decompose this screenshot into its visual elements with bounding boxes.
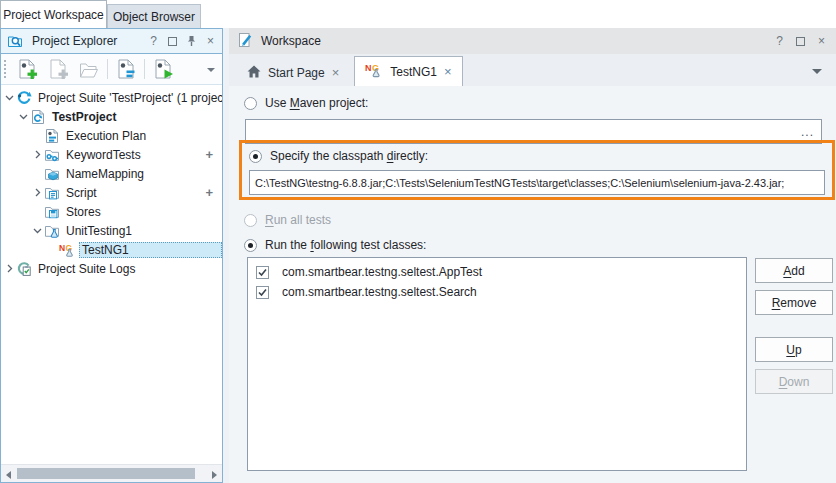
- workspace-header: Workspace ? ×: [229, 28, 836, 54]
- project-explorer-header: Project Explorer ? ×: [1, 29, 222, 54]
- radio-icon[interactable]: [244, 97, 257, 110]
- test-class-item[interactable]: com.smartbear.testng.seltest.AppTest: [248, 262, 746, 282]
- radio-checked-icon[interactable]: [244, 239, 257, 252]
- expand-icon[interactable]: [31, 150, 43, 159]
- project-explorer-icon: [6, 33, 23, 49]
- stores-icon: [43, 204, 60, 220]
- tab-project-workspace-label: Project Workspace: [3, 8, 103, 22]
- ws-help-button[interactable]: ?: [773, 34, 786, 48]
- script-icon: [43, 185, 60, 201]
- run-button[interactable]: [150, 56, 176, 82]
- collapse-icon[interactable]: [17, 112, 29, 121]
- tree-row-script[interactable]: Script +: [1, 183, 222, 202]
- name-mapping-icon: [43, 166, 60, 182]
- test-class-label: com.smartbear.testng.seltest.Search: [282, 285, 477, 299]
- run-following-classes-label: Run the following test classes:: [265, 238, 426, 252]
- browse-button[interactable]: ...: [801, 125, 816, 139]
- test-classes-list[interactable]: com.smartbear.testng.seltest.AppTest com…: [247, 257, 747, 471]
- run-all-tests-radio-disabled[interactable]: Run all tests: [244, 213, 331, 227]
- tab-list-caret-icon[interactable]: [812, 69, 822, 74]
- scrollbar-thumb[interactable]: [17, 468, 195, 479]
- tree-label[interactable]: Execution Plan: [63, 128, 149, 144]
- use-maven-project-label: Use Maven project:: [265, 96, 368, 110]
- tab-start-page-close-icon[interactable]: ×: [332, 65, 340, 80]
- toolbar-grip[interactable]: [4, 60, 7, 78]
- pe-pin-button[interactable]: [185, 34, 198, 48]
- collapse-icon[interactable]: [3, 93, 15, 102]
- tree-row-namemapping[interactable]: NameMapping: [1, 164, 222, 183]
- tab-testng1[interactable]: NG TestNG1 ×: [354, 56, 462, 86]
- tree-row-project-suite[interactable]: Project Suite 'TestProject' (1 project): [1, 88, 222, 107]
- testng-settings-content: Use Maven project: ... Specify the class…: [229, 86, 836, 483]
- project-icon: [29, 109, 46, 125]
- classpath-input[interactable]: C:\TestNG\testng-6.8.8.jar;C:\Tests\Sele…: [249, 170, 825, 195]
- tab-object-browser[interactable]: Object Browser: [107, 4, 201, 28]
- new-item-button-disabled[interactable]: [45, 56, 71, 82]
- add-keyword-test-button[interactable]: +: [205, 147, 213, 162]
- expand-icon[interactable]: [31, 188, 43, 197]
- add-button[interactable]: Add: [755, 258, 833, 283]
- run-following-classes-radio[interactable]: Run the following test classes:: [244, 238, 426, 252]
- tree-row-execution-plan[interactable]: Execution Plan: [1, 126, 222, 145]
- radio-checked-icon[interactable]: [249, 150, 262, 163]
- tree-label[interactable]: TestProject: [49, 109, 119, 125]
- tree-row-testng1[interactable]: NG TestNG1: [1, 240, 222, 259]
- open-item-button-disabled[interactable]: [76, 56, 102, 82]
- checkbox-checked-icon[interactable]: [256, 286, 269, 299]
- testng-icon: NG: [365, 62, 383, 81]
- tree-label[interactable]: Project Suite 'TestProject' (1 project): [35, 90, 222, 106]
- tree-label-selected[interactable]: TestNG1: [79, 242, 222, 258]
- specify-classpath-radio[interactable]: Specify the classpath directly:: [249, 149, 428, 163]
- svg-text:N: N: [59, 242, 65, 252]
- collapse-icon[interactable]: [31, 226, 43, 235]
- scroll-left-arrow-icon[interactable]: [6, 471, 11, 479]
- tree-label[interactable]: Script: [63, 185, 100, 201]
- tree-row-stores[interactable]: Stores: [1, 202, 222, 221]
- test-class-label: com.smartbear.testng.seltest.AppTest: [282, 265, 482, 279]
- remove-button[interactable]: Remove: [755, 290, 833, 315]
- horizontal-scrollbar[interactable]: [1, 464, 222, 482]
- add-script-button[interactable]: +: [205, 185, 213, 200]
- window-tab-strip: Project Workspace Object Browser: [0, 0, 836, 28]
- tree-label[interactable]: Project Suite Logs: [35, 261, 138, 277]
- pe-help-button[interactable]: ?: [147, 34, 160, 48]
- run-icon: [152, 58, 174, 80]
- document-tab-strip: Start Page × NG TestNG1 ×: [229, 54, 836, 86]
- tree-label[interactable]: KeywordTests: [63, 147, 144, 163]
- toolbar-overflow-caret-icon[interactable]: [207, 68, 215, 72]
- tree-row-keywordtests[interactable]: KeywordTests +: [1, 145, 222, 164]
- tree-row-testproject[interactable]: TestProject: [1, 107, 222, 126]
- scroll-right-arrow-icon[interactable]: [212, 471, 217, 479]
- expand-icon[interactable]: [3, 264, 15, 273]
- specify-classpath-label: Specify the classpath directly:: [270, 149, 428, 163]
- ws-close-button[interactable]: ×: [815, 34, 828, 48]
- ws-maximize-button[interactable]: [794, 34, 807, 48]
- project-suite-icon: [15, 90, 32, 106]
- pe-close-button[interactable]: ×: [204, 34, 217, 48]
- project-tree: Project Suite 'TestProject' (1 project) …: [1, 85, 222, 464]
- organize-tests-button[interactable]: [113, 56, 139, 82]
- checkbox-checked-icon[interactable]: [256, 266, 269, 279]
- tab-project-workspace[interactable]: Project Workspace: [0, 0, 107, 28]
- toolbar-separator: [144, 59, 145, 79]
- tab-testng1-close-icon[interactable]: ×: [444, 64, 452, 79]
- tab-start-page[interactable]: Start Page ×: [237, 59, 349, 86]
- pin-icon: [186, 35, 197, 47]
- use-maven-project-radio[interactable]: Use Maven project:: [244, 96, 368, 110]
- maximize-icon: [796, 37, 805, 46]
- add-new-item-button[interactable]: [14, 56, 40, 82]
- tree-label[interactable]: NameMapping: [63, 166, 147, 182]
- tree-row-unittesting1[interactable]: UnitTesting1: [1, 221, 222, 240]
- maximize-icon: [168, 37, 177, 46]
- execution-plan-icon: [43, 128, 60, 144]
- test-class-item[interactable]: com.smartbear.testng.seltest.Search: [248, 282, 746, 302]
- up-button[interactable]: Up: [755, 337, 833, 362]
- workspace-icon: [237, 32, 253, 51]
- pe-maximize-button[interactable]: [166, 34, 179, 48]
- svg-text:N: N: [365, 63, 372, 73]
- classpath-value: C:\TestNG\testng-6.8.8.jar;C:\Tests\Sele…: [255, 177, 784, 189]
- tree-row-project-suite-logs[interactable]: Project Suite Logs: [1, 259, 222, 278]
- tree-label[interactable]: UnitTesting1: [63, 223, 135, 239]
- tree-label[interactable]: Stores: [63, 204, 104, 220]
- down-button-disabled[interactable]: Down: [755, 369, 833, 394]
